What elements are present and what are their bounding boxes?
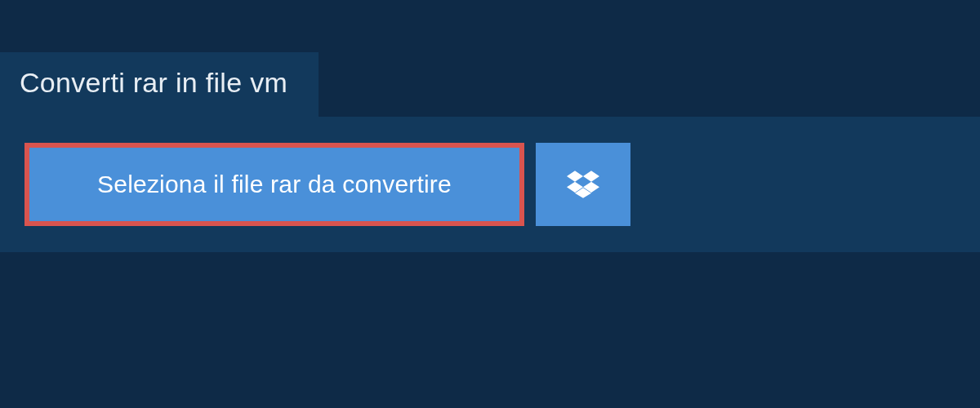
- dropbox-button[interactable]: [536, 143, 630, 226]
- select-file-label: Seleziona il file rar da convertire: [97, 171, 452, 197]
- tab-label: Converti rar in file vm: [20, 67, 287, 98]
- select-file-button[interactable]: Seleziona il file rar da convertire: [29, 148, 519, 221]
- tab-convert[interactable]: Converti rar in file vm: [0, 52, 318, 117]
- select-file-highlight: Seleziona il file rar da convertire: [24, 143, 524, 226]
- upload-panel: Seleziona il file rar da convertire: [0, 117, 980, 252]
- dropbox-icon: [567, 168, 599, 201]
- tab-bar: Converti rar in file vm: [0, 0, 980, 117]
